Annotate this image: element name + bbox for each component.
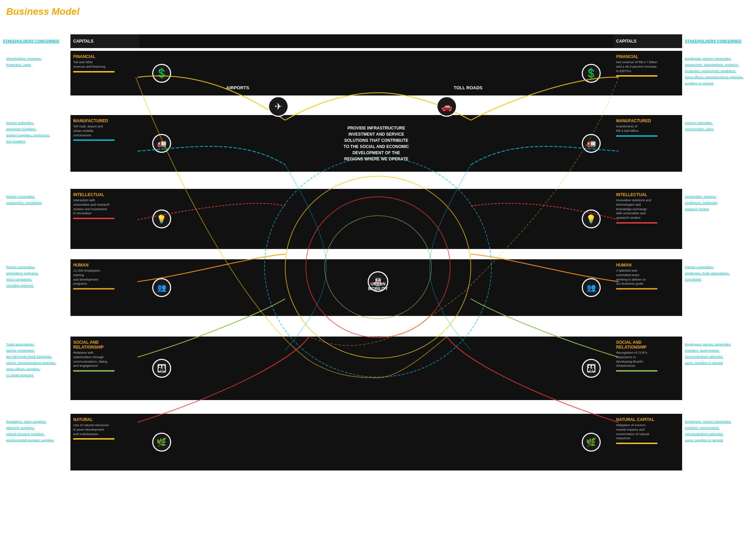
stakeholder-text-left-natural: Regulators, water suppliers, electricity… <box>6 420 54 442</box>
stakeholder-left-human: Partner universities, apprenticce progra… <box>0 259 70 316</box>
stakeholder-text-right-human: Partner universities, employees, trade a… <box>685 265 730 281</box>
stakeholder-text-right-intellectual: Universities, partners, employees, roadw… <box>685 195 718 211</box>
colorbar-financial-right <box>616 75 657 77</box>
capital-left-human: HUMAN 11,000 employees, training and dev… <box>70 259 139 316</box>
icon-financial-left: 💲 <box>152 64 171 83</box>
icon-left-human: 👥 <box>139 259 184 316</box>
capital-right-natural: NATURAL CAPITAL Mitigation of environ- m… <box>613 414 682 470</box>
center-manufactured: PROVIDE INFRASTRUCTURE INVESTMENT AND SE… <box>184 115 569 172</box>
icon-intellectual-left: 💡 <box>152 209 171 228</box>
icon-intellectual-right: 💡 <box>582 209 601 228</box>
capital-name-right-financial: FINANCIAL <box>616 54 679 59</box>
colorbar-financial-left <box>73 71 114 72</box>
header-center <box>184 34 569 48</box>
colorbar-human-left <box>73 288 114 289</box>
header-capitals-right: CAPITALS <box>613 34 682 48</box>
capital-name-left-natural: NATURAL <box>73 417 136 422</box>
capital-desc-left-natural: Use of natural resources in asset develo… <box>73 423 136 436</box>
icon-natural-right: 🌿 <box>582 433 601 452</box>
capital-desc-right-financial: Net revenue of R$ 6.7 billion and a 46.9… <box>616 60 679 73</box>
capital-name-right-human: HUMAN <box>616 263 679 268</box>
stakeholder-left-financial: Shareholders, Investors, Financiers, use… <box>0 51 70 95</box>
capital-right-social: SOCIAL AND RELATIONSHIP Recognition of C… <box>613 337 682 400</box>
icon-social-right: 👨‍👩‍👧 <box>582 359 601 378</box>
label-urban-mobility: URBAN MOBILITY <box>357 282 399 291</box>
capital-name-left-intellectual: INTELLECTUAL <box>73 192 136 197</box>
stakeholder-text-right-manufactured: Grantor authorities, governments, users <box>685 121 713 131</box>
capital-name-left-financial: FINANCIAL <box>73 54 136 59</box>
colorbar-human-right <box>616 288 657 289</box>
stakeholder-text-left-intellectual: Partner universities, researchers, consu… <box>6 195 42 205</box>
capital-desc-left-human: 11,000 employees, training and developme… <box>73 269 136 286</box>
capital-desc-right-human: A talented and committed team working to… <box>616 269 679 286</box>
row-intellectual: Partner universities, researchers, consu… <box>0 189 756 249</box>
header-stakeholders-left: STAKEHOLDERS CONCERNED <box>0 34 70 48</box>
stakeholder-right-manufactured: Grantor authorities, governments, users <box>682 115 756 172</box>
icon-left-financial: 💲 <box>139 51 184 95</box>
label-tollroads: TOLL ROADS <box>454 85 482 90</box>
capital-desc-right-manufactured: Investments of R$ 4.028 billion <box>616 124 679 133</box>
stakeholder-left-social: Trade associations, partner universities… <box>0 337 70 400</box>
stakeholder-text-right-social: Employees, partner universities, investo… <box>685 342 731 365</box>
capital-name-left-social: SOCIAL AND RELATIONSHIP <box>73 340 136 350</box>
icon-right-social: 👨‍👩‍👧 <box>569 337 613 400</box>
capital-desc-left-manufactured: Toll road, airport and urban mobility co… <box>73 124 136 137</box>
colorbar-social-left <box>73 370 114 372</box>
icon-left-social: 👨‍👩‍👧 <box>139 337 184 400</box>
capital-right-financial: FINANCIAL Net revenue of R$ 6.7 billion … <box>613 51 682 95</box>
icon-manufactured-right: 🚛 <box>582 134 601 153</box>
capital-name-right-social: SOCIAL AND RELATIONSHIP <box>616 340 679 350</box>
capital-name-left-manufactured: MANUFACTURED <box>73 118 136 123</box>
icon-manufactured-left: 🚛 <box>152 134 171 153</box>
icon-right-manufactured: 🚛 <box>569 115 613 172</box>
capital-name-right-natural: NATURAL CAPITAL <box>616 417 679 422</box>
stakeholder-text-left-manufactured: Grantor authorities, equipment suppliers… <box>6 121 50 143</box>
icon-right-human: 👥 <box>569 259 613 316</box>
capital-left-social: SOCIAL AND RELATIONSHIP Relations with s… <box>70 337 139 400</box>
icon-right-intellectual: 💡 <box>569 189 613 249</box>
row-financial: Shareholders, Investors, Financiers, use… <box>0 51 756 95</box>
capital-name-left-human: HUMAN <box>73 263 136 268</box>
colorbar-intellectual-left <box>73 218 114 219</box>
center-mission-text: PROVIDE INFRASTRUCTURE INVESTMENT AND SE… <box>335 125 418 162</box>
stakeholder-left-manufactured: Grantor authorities, equipment suppliers… <box>0 115 70 172</box>
stakeholder-right-intellectual: Universities, partners, employees, roadw… <box>682 189 756 249</box>
colorbar-manufactured-left <box>73 139 114 141</box>
stakeholder-left-intellectual: Partner universities, researchers, consu… <box>0 189 70 249</box>
header-icon-spacer-left <box>139 34 184 48</box>
stakeholder-text-right-natural: Employees, partner universities, investo… <box>685 420 731 442</box>
header-row: STAKEHOLDERS CONCERNED CAPITALS CAPITALS… <box>0 34 756 48</box>
icon-natural-left: 🌿 <box>152 433 171 452</box>
capital-desc-left-financial: Toll and other revenue and financing <box>73 60 136 69</box>
row-natural: Regulators, water suppliers, electricity… <box>0 414 756 470</box>
icon-right-financial: 💲 <box>569 51 613 95</box>
center-intellectual <box>184 189 569 249</box>
capital-desc-left-intellectual: Interaction with universities and resear… <box>73 198 136 216</box>
icon-right-natural: 🌿 <box>569 414 613 470</box>
center-natural <box>184 414 569 470</box>
capital-left-manufactured: MANUFACTURED Toll road, airport and urba… <box>70 115 139 172</box>
label-airports: AIRPORTS <box>226 85 249 90</box>
capital-desc-left-social: Relations with stakeholders through comm… <box>73 351 136 368</box>
stakeholder-right-financial: Employees, partner universities, researc… <box>682 51 756 95</box>
icon-left-natural: 🌿 <box>139 414 184 470</box>
capital-desc-right-intellectual: Innovative solutions and technologies an… <box>616 198 679 220</box>
colorbar-natural-right <box>616 443 657 444</box>
icon-social-left: 👨‍👩‍👧 <box>152 359 171 378</box>
capital-name-right-intellectual: INTELLECTUAL <box>616 192 679 197</box>
capital-desc-right-natural: Mitigation of environ- mental impacts an… <box>616 423 679 441</box>
row-manufactured: Grantor authorities, equipment suppliers… <box>0 115 756 172</box>
capital-right-intellectual: INTELLECTUAL Innovative solutions and te… <box>613 189 682 249</box>
capital-name-right-manufactured: MANUFACTURED <box>616 118 679 123</box>
icon-left-manufactured: 🚛 <box>139 115 184 172</box>
stakeholder-right-human: Partner universities, employees, trade a… <box>682 259 756 316</box>
icon-airports: ✈ <box>268 96 289 117</box>
capital-left-intellectual: INTELLECTUAL Interaction with universiti… <box>70 189 139 249</box>
center-social <box>184 337 569 400</box>
icon-human-left: 👥 <box>152 278 171 297</box>
capital-left-natural: NATURAL Use of natural resources in asse… <box>70 414 139 470</box>
page-title: Business Model <box>6 6 79 17</box>
icon-financial-right: 💲 <box>582 64 601 83</box>
row-social: Trade associations, partner universities… <box>0 337 756 400</box>
stakeholder-text-left-social: Trade associations, partner universities… <box>6 342 56 377</box>
